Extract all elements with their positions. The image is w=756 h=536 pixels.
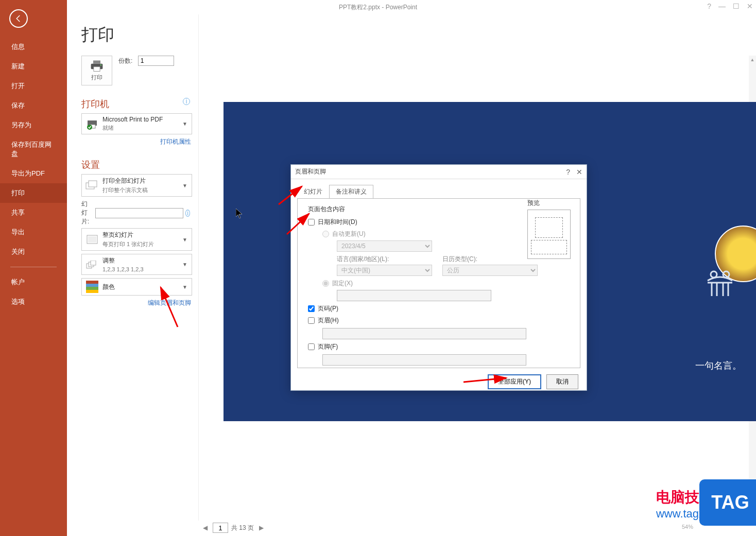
cal-select: 公历 — [442, 265, 538, 276]
datetime-label: 日期和时间(D) — [318, 218, 357, 227]
window-controls: ? — ☐ ✕ — [707, 2, 753, 10]
fixed-input — [337, 290, 491, 301]
print-scope-dropdown[interactable]: 打印全部幻灯片 打印整个演示文稿 ▼ — [81, 174, 192, 197]
printer-status-icon — [82, 118, 102, 130]
tab-slide[interactable]: 幻灯片 — [297, 185, 329, 199]
page-input[interactable] — [213, 523, 228, 533]
lang-select: 中文(中国) — [337, 265, 432, 276]
pagenum-label: 页码(P) — [318, 304, 338, 313]
help-icon[interactable]: ? — [707, 2, 711, 10]
dialog-close-icon[interactable]: ✕ — [576, 168, 582, 176]
rail-print[interactable]: 打印 — [0, 183, 67, 203]
rail-baidu[interactable]: 保存到百度网盘 — [0, 135, 67, 164]
svg-rect-10 — [88, 236, 96, 243]
color-icon — [82, 281, 102, 293]
cancel-button[interactable]: 取消 — [546, 374, 578, 389]
chevron-down-icon: ▼ — [182, 237, 187, 243]
header-label: 页眉(H) — [318, 316, 339, 325]
header-checkbox[interactable] — [308, 317, 315, 324]
slides-label: 幻灯片: — [81, 200, 93, 226]
tab-notes-handouts[interactable]: 备注和讲义 — [329, 185, 373, 199]
copies-input[interactable] — [138, 56, 174, 66]
footer-checkbox[interactable] — [308, 343, 315, 350]
scroll-up-icon[interactable]: ▲ — [749, 56, 756, 64]
layout-dropdown[interactable]: 整页幻灯片 每页打印 1 张幻灯片 ▼ — [81, 228, 192, 251]
footer-label: 页脚(F) — [318, 342, 338, 351]
rail-options[interactable]: 选项 — [0, 292, 67, 312]
layout-icon — [82, 235, 102, 244]
color-dropdown[interactable]: 颜色 ▼ — [81, 278, 192, 296]
rail-info[interactable]: 信息 — [0, 37, 67, 57]
rail-separator — [10, 267, 57, 267]
rail-close[interactable]: 关闭 — [0, 242, 67, 262]
printer-properties-link[interactable]: 打印机属性 — [73, 137, 191, 146]
preview-label: 预览 — [527, 199, 574, 208]
prev-page-icon[interactable]: ◀ — [201, 524, 210, 531]
printer-dropdown[interactable]: Microsoft Print to PDF 就绪 ▼ — [81, 113, 192, 134]
print-button-label: 打印 — [91, 74, 102, 81]
collate-dropdown[interactable]: 调整 1,2,3 1,2,3 1,2,3 ▼ — [81, 254, 192, 275]
minimize-icon[interactable]: — — [718, 2, 726, 10]
print-heading: 打印 — [81, 24, 192, 46]
dialog-body: 页面包含内容 日期和时间(D) 自动更新(U) 2023/4/5 语言(国家/地… — [297, 198, 580, 368]
page-navigator: ◀ 共 13 页 ▶ — [201, 523, 266, 533]
rail-open[interactable]: 打开 — [0, 76, 67, 96]
rail-account[interactable]: 帐户 — [0, 272, 67, 292]
rail-export-pdf[interactable]: 导出为PDF — [0, 164, 67, 183]
back-button[interactable] — [9, 9, 28, 28]
layout-line2: 每页打印 1 张幻灯片 — [102, 240, 192, 248]
collate-icon — [82, 261, 102, 269]
info-icon[interactable]: i — [185, 210, 190, 217]
svg-point-6 — [87, 125, 92, 130]
datetime-checkbox[interactable] — [308, 219, 315, 226]
scope-line2: 打印整个演示文稿 — [102, 186, 192, 194]
maximize-icon[interactable]: ☐ — [733, 2, 740, 10]
dialog-titlebar: 页眉和页脚 ? ✕ — [291, 165, 587, 179]
window-title: PPT教程2.pptx - PowerPoint — [339, 3, 417, 12]
printer-section-title: 打印机i — [81, 98, 192, 110]
rail-new[interactable]: 新建 — [0, 57, 67, 76]
chevron-down-icon: ▼ — [182, 183, 187, 188]
color-line1: 颜色 — [102, 283, 192, 291]
dialog-help-icon[interactable]: ? — [566, 168, 570, 176]
print-button[interactable]: 打印 — [81, 56, 112, 85]
header-input[interactable] — [322, 328, 526, 339]
rail-export[interactable]: 导出 — [0, 222, 67, 242]
layout-line1: 整页幻灯片 — [102, 231, 192, 239]
info-icon[interactable]: i — [183, 98, 190, 105]
collate-line2: 1,2,3 1,2,3 1,2,3 — [102, 266, 192, 272]
auto-update-label: 自动更新(U) — [332, 230, 366, 238]
watermark-tag: TAG — [699, 479, 756, 526]
rail-share[interactable]: 共享 — [0, 203, 67, 222]
svg-rect-2 — [94, 66, 100, 71]
slides-input[interactable] — [95, 208, 183, 218]
collate-line1: 调整 — [102, 256, 192, 265]
rail-saveas[interactable]: 另存为 — [0, 115, 67, 135]
close-icon[interactable]: ✕ — [747, 2, 753, 10]
rail-save[interactable]: 保存 — [0, 96, 67, 115]
date-select: 2023/4/5 — [337, 240, 432, 252]
zoom-level: 54% — [682, 524, 693, 530]
apply-all-button[interactable]: 全部应用(Y) — [488, 374, 541, 389]
svg-rect-8 — [89, 181, 97, 187]
pagenum-checkbox[interactable] — [308, 305, 315, 312]
slides-icon — [82, 180, 102, 191]
svg-point-14 — [711, 271, 717, 278]
scope-line1: 打印全部幻灯片 — [102, 177, 192, 185]
dialog-tabs: 幻灯片 备注和讲义 — [291, 179, 587, 198]
lang-label: 语言(国家/地区)(L): — [337, 255, 432, 264]
svg-rect-13 — [91, 261, 96, 265]
footer-input[interactable] — [322, 354, 526, 366]
preview-thumb — [527, 210, 571, 259]
settings-section-title: 设置 — [81, 159, 192, 171]
chevron-down-icon: ▼ — [182, 262, 187, 267]
printer-icon — [90, 60, 104, 72]
dialog-preview: 预览 — [527, 199, 574, 259]
edit-header-footer-link[interactable]: 编辑页眉和页脚 — [73, 299, 191, 307]
cal-label: 日历类型(C): — [442, 255, 538, 264]
slide-quote-text: 一句名言。 — [695, 359, 742, 372]
header-footer-dialog: 页眉和页脚 ? ✕ 幻灯片 备注和讲义 页面包含内容 日期和时间(D) 自动更新… — [290, 164, 587, 391]
next-page-icon[interactable]: ▶ — [257, 524, 266, 531]
svg-point-3 — [100, 64, 101, 65]
svg-rect-0 — [93, 60, 100, 63]
